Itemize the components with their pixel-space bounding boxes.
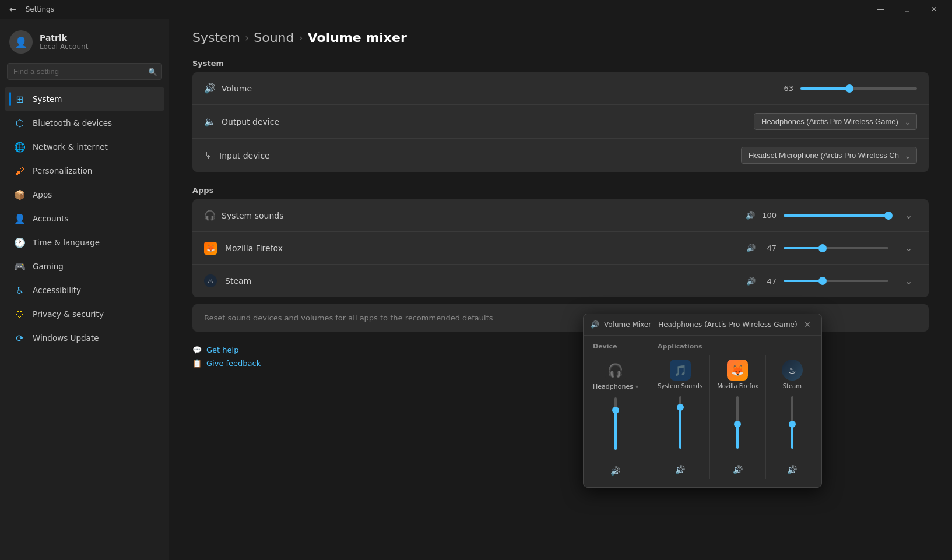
popup-speaker-icon: 🔊 <box>591 320 599 329</box>
sidebar-item-time[interactable]: 🕐 Time & language <box>5 231 164 254</box>
system-sounds-popup-thumb[interactable] <box>677 404 684 411</box>
breadcrumb-system[interactable]: System <box>192 30 240 45</box>
steam-slider[interactable] <box>784 280 888 282</box>
headphones-slider-thumb[interactable] <box>612 407 619 414</box>
breadcrumb-sound[interactable]: Sound <box>254 30 294 45</box>
sidebar-item-apps[interactable]: 📦 Apps <box>5 183 164 206</box>
sidebar-item-bluetooth[interactable]: ⬡ Bluetooth & devices <box>5 111 164 135</box>
privacy-icon: 🛡 <box>14 308 26 320</box>
user-name: Patrik <box>40 33 88 43</box>
system-sounds-expand[interactable]: ⌄ <box>900 207 917 223</box>
steam-vol-icon: 🔊 <box>746 277 756 286</box>
steam-popup-name: Steam <box>783 383 802 389</box>
update-icon: ⟳ <box>14 332 26 344</box>
search-input[interactable] <box>7 63 162 80</box>
popup-device-header: Device <box>586 340 645 355</box>
output-device-row: 🔈 Output device Headphones (Arctis Pro W… <box>192 105 929 139</box>
system-sounds-value: 100 <box>762 211 777 220</box>
firefox-fill <box>784 247 823 249</box>
headphones-app-icon: 🎧 <box>605 360 626 381</box>
headphones-slider-track[interactable] <box>614 397 617 450</box>
system-sounds-thumb[interactable] <box>884 212 893 220</box>
system-sounds-popup-track[interactable] <box>679 396 681 449</box>
system-sounds-slider[interactable] <box>784 214 888 217</box>
sidebar-item-label: Personalization <box>33 166 92 175</box>
time-icon: 🕐 <box>14 237 26 248</box>
popup-title-text: Volume Mixer - Headphones (Arctis Pro Wi… <box>604 320 798 329</box>
titlebar-title: Settings <box>26 5 54 13</box>
system-sounds-icon: 🎧 <box>204 210 216 221</box>
bluetooth-icon: ⬡ <box>14 117 26 129</box>
sidebar-item-system[interactable]: ⊞ System <box>5 87 164 111</box>
system-card: 🔊 Volume 63 🔈 Output device <box>192 72 929 172</box>
volume-control[interactable]: 63 <box>321 84 917 93</box>
breadcrumb-sep-2: › <box>299 31 303 44</box>
maximize-button[interactable]: □ <box>894 0 921 19</box>
apps-icon: 📦 <box>14 189 26 200</box>
output-device-select[interactable]: Headphones (Arctis Pro Wireless Game) <box>754 113 917 130</box>
user-info: Patrik Local Account <box>40 33 88 51</box>
firefox-label-text: Mozilla Firefox <box>225 244 283 253</box>
firefox-popup-thumb[interactable] <box>734 421 741 428</box>
sidebar-item-gaming[interactable]: 🎮 Gaming <box>5 255 164 278</box>
accounts-icon: 👤 <box>14 213 26 224</box>
help-text: Get help <box>206 346 238 354</box>
accessibility-icon: ♿ <box>14 284 26 296</box>
help-icon: 💬 <box>192 346 202 354</box>
firefox-popup-name: Mozilla Firefox <box>717 383 758 389</box>
sidebar-item-label: Windows Update <box>33 333 99 343</box>
sidebar-item-label: Time & language <box>33 238 100 247</box>
firefox-expand[interactable]: ⌄ <box>900 240 917 256</box>
headphones-vol-icon: 🔊 <box>610 466 620 476</box>
volume-thumb[interactable] <box>845 84 853 93</box>
back-button[interactable]: ← <box>5 2 21 16</box>
volume-slider[interactable] <box>800 87 917 90</box>
sidebar: 👤 Patrik Local Account 🔍 ⊞ System ⬡ Blue… <box>0 19 169 560</box>
sidebar-item-label: Bluetooth & devices <box>33 118 112 128</box>
apps-card: 🎧 System sounds 🔊 100 ⌄ 🦊 Mozil <box>192 199 929 297</box>
steam-popup-thumb[interactable] <box>789 421 796 428</box>
minimize-button[interactable]: — <box>867 0 894 19</box>
titlebar-controls: — □ ✕ <box>867 0 947 19</box>
sidebar-item-personalization[interactable]: 🖌 Personalization <box>5 159 164 182</box>
search-icon: 🔍 <box>148 67 157 76</box>
sidebar-item-network[interactable]: 🌐 Network & internet <box>5 135 164 159</box>
system-sounds-vol-icon: 🔊 <box>746 211 755 220</box>
system-sounds-label: 🎧 System sounds <box>204 210 321 221</box>
close-button[interactable]: ✕ <box>921 0 947 19</box>
input-dropdown-wrap[interactable]: Headset Microphone (Arctis Pro Wireless … <box>741 147 917 164</box>
firefox-popup-track[interactable] <box>736 396 739 449</box>
input-control: Headset Microphone (Arctis Pro Wireless … <box>321 147 917 164</box>
apps-section-label: Apps <box>192 186 929 195</box>
popup-apps-cols: 🎵 System Sounds 🔊 🦊 <box>651 355 819 479</box>
headphones-dropdown-arrow[interactable]: ▾ <box>635 383 638 390</box>
sidebar-item-label: Apps <box>33 190 52 199</box>
popup-titlebar: 🔊 Volume Mixer - Headphones (Arctis Pro … <box>584 314 821 336</box>
sidebar-item-accounts[interactable]: 👤 Accounts <box>5 207 164 230</box>
steam-popup-vol: 🔊 <box>787 465 797 474</box>
firefox-slider[interactable] <box>784 247 888 249</box>
steam-thumb[interactable] <box>818 277 827 285</box>
firefox-value: 47 <box>763 244 777 252</box>
input-device-select[interactable]: Headset Microphone (Arctis Pro Wireless … <box>741 147 917 164</box>
steam-expand[interactable]: ⌄ <box>900 273 917 289</box>
sidebar-item-accessibility[interactable]: ♿ Accessibility <box>5 279 164 302</box>
personalization-icon: 🖌 <box>14 165 26 177</box>
popup-close-button[interactable]: ✕ <box>800 319 814 330</box>
user-profile[interactable]: 👤 Patrik Local Account <box>0 19 169 63</box>
search-bar[interactable]: 🔍 <box>7 63 162 80</box>
sidebar-item-update[interactable]: ⟳ Windows Update <box>5 326 164 350</box>
sidebar-item-privacy[interactable]: 🛡 Privacy & security <box>5 302 164 326</box>
input-device-row: 🎙 Input device Headset Microphone (Arcti… <box>192 139 929 172</box>
steam-label: ♨ Steam <box>204 274 321 287</box>
firefox-thumb[interactable] <box>818 244 827 252</box>
volume-label: 🔊 Volume <box>204 83 321 94</box>
firefox-label: 🦊 Mozilla Firefox <box>204 242 321 255</box>
popup-title-area: 🔊 Volume Mixer - Headphones (Arctis Pro … <box>591 320 798 329</box>
output-dropdown-wrap[interactable]: Headphones (Arctis Pro Wireless Game) <box>754 113 917 130</box>
headphones-slider-fill <box>614 408 617 450</box>
popup-col-firefox: 🦊 Mozilla Firefox 🔊 <box>710 355 766 479</box>
steam-popup-track[interactable] <box>791 396 793 449</box>
breadcrumb-sep-1: › <box>245 31 249 44</box>
input-icon: 🎙 <box>204 150 213 161</box>
